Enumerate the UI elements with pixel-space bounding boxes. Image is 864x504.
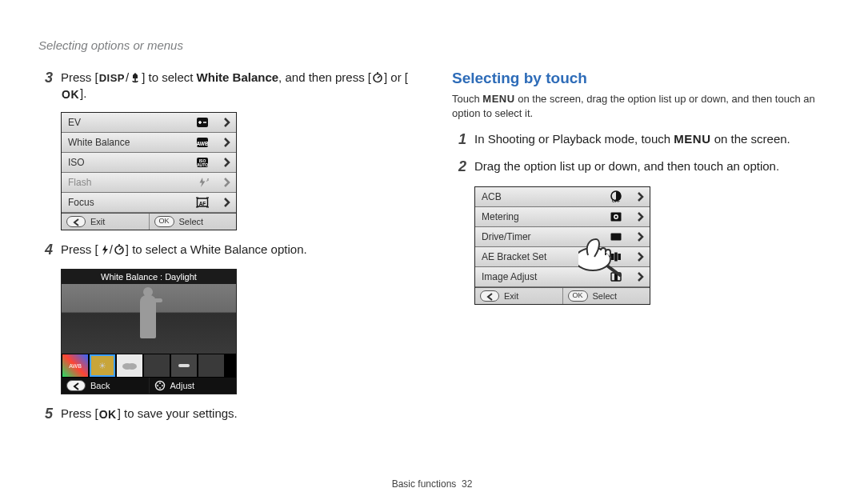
chevron-right-icon [635, 251, 645, 262]
step-text: Press [/] to select a White Balance opti… [61, 242, 307, 259]
step-number: 4 [38, 240, 53, 259]
flash-icon [98, 244, 110, 256]
step-text: Press [DISP/] to select White Balance, a… [61, 70, 412, 102]
menu-panel-options: EV White Balance ISO [61, 112, 237, 230]
menu-row-label: AE Bracket Set [482, 251, 546, 262]
menu-icon: MENU [674, 132, 710, 146]
back-icon [66, 216, 86, 227]
softkey-exit[interactable]: Exit [62, 214, 150, 230]
wb-option-daylight[interactable]: ☀ [90, 354, 115, 377]
chevron-right-icon [635, 271, 645, 282]
menu-row-drive-timer[interactable]: Drive/Timer [475, 227, 650, 247]
person-silhouette [134, 287, 164, 338]
chevron-right-icon [222, 177, 231, 188]
menu-row-ae-bracket-set[interactable]: AE Bracket Set [475, 247, 650, 267]
menu-row-label: ACB [482, 191, 502, 202]
chevron-right-icon [222, 197, 231, 208]
wb-softkeys: Back Adjust [62, 378, 236, 394]
svg-point-36 [127, 363, 137, 370]
wb-preview-image [62, 284, 236, 354]
softkey-exit[interactable]: Exit [475, 288, 563, 304]
step-1: 1 In Shooting or Playback mode, touch ME… [452, 131, 826, 149]
menu-row-focus[interactable]: Focus [62, 193, 236, 213]
wb-options-row: AWB ☀ [62, 354, 236, 378]
wb-option[interactable] [198, 354, 224, 377]
menu-icon: MENU [482, 93, 514, 105]
softkey-back[interactable]: Back [62, 378, 150, 394]
step-text: Press [OK] to save your settings. [61, 406, 238, 423]
chevron-right-icon [635, 191, 645, 202]
step-text: In Shooting or Playback mode, touch MENU… [474, 131, 790, 149]
ok-icon: OK [61, 87, 80, 102]
section-title: Selecting options or menus [38, 38, 826, 52]
flash-auto-icon [196, 176, 218, 189]
dpad-icon [154, 380, 166, 391]
af-icon [196, 196, 218, 209]
awb-icon [196, 136, 218, 149]
menu-row-acb[interactable]: ACB [475, 187, 650, 207]
softkey-select[interactable]: OK Select [563, 288, 650, 304]
menu-panel-touch: ACB Metering Drive/Timer [474, 186, 650, 305]
left-column: 3 Press [DISP/] to select White Balance,… [38, 70, 412, 433]
menu-row-flash: Flash [62, 173, 236, 193]
back-icon [480, 290, 499, 302]
chevron-right-icon [635, 211, 645, 222]
wb-option-auto[interactable]: AWB [62, 354, 88, 377]
image-adjust-icon [610, 270, 632, 283]
intro-text: Touch MENU on the screen, drag the optio… [452, 92, 826, 120]
timer-icon [371, 71, 384, 84]
panel-softkeys: Exit OK Select [62, 213, 236, 230]
menu-row-label: White Balance [68, 137, 130, 148]
menu-row-label: Focus [68, 197, 94, 208]
menu-row-image-adjust[interactable]: Image Adjust [475, 267, 650, 287]
chevron-right-icon [635, 231, 645, 242]
menu-row-label: Drive/Timer [482, 231, 531, 242]
softkey-select[interactable]: OK Select [150, 214, 237, 230]
step-5: 5 Press [OK] to save your settings. [38, 406, 412, 423]
menu-row-label: Metering [482, 211, 519, 222]
step-number: 5 [38, 404, 53, 423]
ae-bracket-icon [610, 250, 632, 263]
manual-page: Selecting options or menus 3 Press [DISP… [0, 0, 864, 504]
ok-icon: OK [98, 407, 118, 422]
step-number: 3 [38, 68, 53, 102]
chevron-right-icon [222, 157, 231, 168]
menu-row-label: Flash [68, 177, 91, 188]
svg-rect-37 [178, 364, 190, 367]
menu-row-ev[interactable]: EV [62, 113, 236, 133]
wb-option[interactable] [144, 354, 170, 377]
wb-option-cloudy[interactable] [117, 354, 142, 377]
subheading-selecting-by-touch: Selecting by touch [452, 70, 826, 87]
wb-title: White Balance : Daylight [62, 270, 236, 284]
back-icon [66, 380, 86, 391]
step-3: 3 Press [DISP/] to select White Balance,… [38, 70, 412, 102]
ev-icon [196, 116, 218, 129]
step-4: 4 Press [/] to select a White Balance op… [38, 242, 412, 259]
iso-icon [196, 156, 218, 169]
step-number: 1 [452, 130, 466, 149]
menu-row-metering[interactable]: Metering [475, 207, 650, 227]
menu-row-label: Image Adjust [482, 271, 537, 282]
metering-icon [610, 210, 632, 223]
ok-icon: OK [568, 290, 588, 302]
softkey-adjust[interactable]: Adjust [150, 378, 237, 394]
ok-icon: OK [154, 216, 174, 227]
step-2: 2 Drag the option list up or down, and t… [452, 158, 826, 176]
chevron-right-icon [222, 137, 231, 148]
drive-icon [610, 230, 632, 243]
menu-row-iso[interactable]: ISO [62, 153, 236, 173]
menu-row-label: ISO [68, 157, 85, 168]
acb-off-icon [610, 190, 632, 203]
timer-icon [113, 243, 126, 256]
step-number: 2 [452, 157, 466, 176]
wb-option-fluorescent[interactable] [171, 354, 197, 377]
panel-softkeys: Exit OK Select [475, 287, 650, 304]
chevron-right-icon [222, 117, 231, 128]
macro-icon [129, 71, 142, 84]
step-text: Drag the option list up or down, and the… [474, 158, 779, 176]
whitebalance-preview-panel: White Balance : Daylight AWB ☀ [61, 269, 237, 394]
menu-row-white-balance[interactable]: White Balance [62, 133, 236, 153]
right-column: Selecting by touch Touch MENU on the scr… [452, 70, 826, 433]
page-footer: Basic functions 32 [0, 478, 864, 490]
menu-row-label: EV [68, 117, 81, 128]
